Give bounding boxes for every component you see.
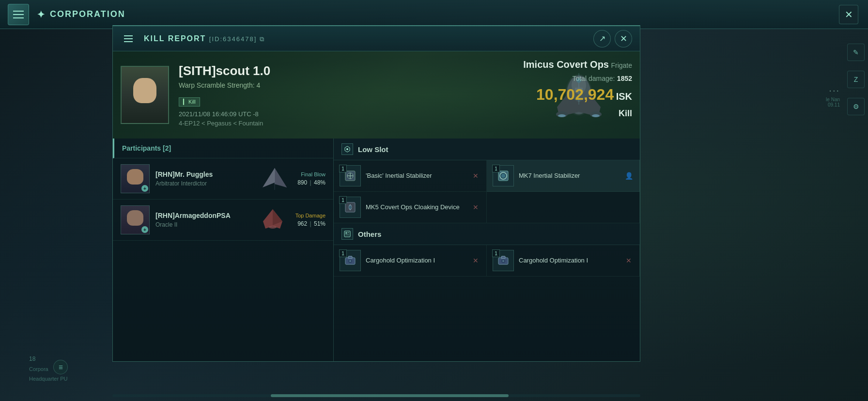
ship-type-name: Imicus Covert Ops Frigate — [523, 59, 632, 70]
slot-item-mk5-cloaking[interactable]: 1 MK5 Covert Ops Cloaking Device ✕ — [334, 192, 487, 223]
star-icon: ✦ — [37, 9, 46, 20]
svg-rect-30 — [348, 256, 352, 259]
sidebar-edit-button[interactable]: ✎ — [847, 44, 865, 61]
participant-item-2[interactable]: + [RHN]ArmageddonPSA Oracle II Top Damag… — [113, 200, 333, 241]
svg-point-15 — [346, 148, 348, 150]
svg-point-36 — [502, 260, 504, 262]
participant-2-plus: + — [141, 226, 148, 233]
character-warp-scramble: Warp Scramble Strength: 4 — [179, 81, 516, 89]
svg-rect-28 — [345, 234, 349, 235]
svg-point-24 — [349, 206, 352, 209]
character-banner: [SITH]scout 1.0 Warp Scramble Strength: … — [113, 51, 640, 139]
character-date: 2021/11/08 16:46:09 UTC -8 — [179, 110, 516, 118]
modal-export-button[interactable]: ↗ — [593, 30, 611, 47]
sidebar-gear-button[interactable]: ⚙ — [847, 98, 865, 115]
svg-rect-26 — [345, 232, 347, 234]
sidebar-z-button[interactable]: Z — [847, 71, 865, 88]
others-grid: 1 Cargohold Optimization I ✕ — [334, 245, 640, 277]
slot-name-cargohold-2: Cargohold Optimization I — [519, 257, 619, 265]
participant-1-avatar: + — [121, 164, 150, 193]
corp-title: CORPORATION — [50, 9, 125, 19]
low-slot-header: Low Slot — [334, 139, 640, 160]
slot-remove-3[interactable]: ✕ — [471, 202, 480, 212]
slot-remove-1[interactable]: ✕ — [471, 171, 480, 181]
svg-rect-27 — [348, 232, 349, 233]
modal-close-button[interactable]: ✕ — [615, 30, 632, 47]
participant-2-ship: Oracle II — [155, 221, 250, 228]
svg-point-22 — [501, 174, 505, 178]
low-slot-section: Low Slot 1 — [334, 139, 640, 223]
ship-class: Frigate — [611, 62, 632, 69]
isk-row: 10,702,924 ISK — [523, 86, 632, 104]
corp-label: Corpora — [29, 366, 48, 372]
kill-badge: ▎ Kill — [179, 97, 200, 107]
slot-icon-cargohold-2: 1 — [493, 250, 514, 271]
slot-count-3: 1 — [339, 196, 347, 204]
participants-panel: Participants [2] + [RHN]Mr. Puggles Arbi… — [113, 139, 334, 361]
participant-1-damage: 890 | 48% — [297, 179, 326, 186]
corp-icon: ☰ — [53, 360, 68, 374]
slot-item-mk7-inertial[interactable]: 1 MK7 Inertial Stabilizer 👤 — [487, 160, 640, 192]
hq-label: Headquarter PU — [29, 376, 68, 382]
top-bar: ✦ CORPORATION ✕ — [0, 0, 868, 29]
slot-item-basic-inertial[interactable]: 1 'Basic' Inertial Stabilizer ✕ — [334, 160, 487, 192]
character-name: [SITH]scout 1.0 — [179, 63, 516, 78]
scrollbar-thumb — [271, 394, 509, 397]
slot-icon-basic-inertial: 1 — [340, 165, 361, 186]
participants-header: Participants [2] — [113, 139, 333, 158]
low-slot-icon — [341, 143, 353, 155]
slot-icon-mk7-inertial: 1 — [493, 165, 514, 186]
participant-2-ship-svg — [256, 207, 290, 233]
slot-item-cargohold-1[interactable]: 1 Cargohold Optimization I ✕ — [334, 245, 487, 277]
participant-1-stats: Final Blow 890 | 48% — [297, 171, 326, 186]
participant-1-ship-svg — [258, 166, 292, 192]
participant-1-plus: + — [141, 185, 148, 192]
modal-title-text: KILL REPORT — [144, 34, 206, 43]
slot-user-icon: 👤 — [624, 171, 634, 181]
damage-label: Total damage: — [572, 75, 615, 82]
character-avatar — [121, 66, 169, 124]
slot-name-basic-inertial: 'Basic' Inertial Stabilizer — [366, 172, 466, 180]
svg-marker-12 — [275, 168, 287, 187]
kill-type: Kill — [523, 108, 632, 119]
slot-count-2: 1 — [492, 165, 500, 172]
character-location: 4-EP12 < Pegasus < Fountain — [179, 120, 516, 127]
slot-name-mk5-cloaking: MK5 Covert Ops Cloaking Device — [366, 203, 466, 212]
bottom-scrollbar[interactable] — [112, 394, 640, 397]
participant-2-stats: Top Damage 962 | 51% — [295, 213, 326, 227]
participant-1-ship-img — [258, 166, 292, 192]
isk-value: 10,702,924 — [536, 86, 614, 103]
slot-item-empty — [487, 192, 640, 223]
modal-header: KILL REPORT [ID:6346478] ⧉ ↗ ✕ — [113, 26, 640, 51]
modal-header-actions: ↗ ✕ — [593, 30, 632, 47]
slot-count-1: 1 — [339, 165, 347, 172]
participant-2-name: [RHN]ArmageddonPSA — [155, 212, 250, 219]
slot-item-cargohold-2[interactable]: 1 Cargohold Optimization I ✕ — [487, 245, 640, 277]
others-name: Others — [358, 230, 381, 238]
ship-name: Imicus Covert Ops — [523, 59, 609, 70]
slot-remove-cargohold-2[interactable]: ✕ — [624, 256, 634, 265]
modal-hamburger[interactable] — [121, 31, 136, 46]
participant-1-info: [RHN]Mr. Puggles Arbitrator Interdictor — [155, 170, 252, 187]
svg-point-14 — [269, 226, 277, 229]
side-text-1: le Nan — [826, 97, 840, 102]
participant-item-1[interactable]: + [RHN]Mr. Puggles Arbitrator Interdicto… — [113, 158, 333, 200]
low-slot-icon-svg — [344, 146, 351, 153]
participant-2-avatar: + — [121, 205, 150, 234]
slot-icon-cargohold-1: 1 — [340, 250, 361, 271]
kill-stats: Imicus Covert Ops Frigate Total damage: … — [523, 59, 632, 119]
damage-value: 1852 — [617, 75, 632, 82]
dots-menu[interactable]: ··· — [829, 85, 840, 96]
kill-badge-text: Kill — [188, 99, 196, 105]
participant-2-info: [RHN]ArmageddonPSA Oracle II — [155, 212, 250, 228]
others-icon-svg — [344, 231, 351, 237]
top-close-button[interactable]: ✕ — [839, 5, 858, 24]
modal-title: KILL REPORT [ID:6346478] ⧉ — [144, 34, 586, 43]
kill-badge-indicator: ▎ — [183, 99, 187, 105]
slot-remove-cargohold-1[interactable]: ✕ — [471, 256, 480, 265]
hamburger-button[interactable] — [8, 4, 29, 25]
low-slot-grid: 1 'Basic' Inertial Stabilizer ✕ — [334, 160, 640, 223]
others-icon — [341, 228, 353, 240]
equipment-panel: Low Slot 1 — [334, 139, 640, 361]
low-slot-name: Low Slot — [358, 145, 388, 154]
